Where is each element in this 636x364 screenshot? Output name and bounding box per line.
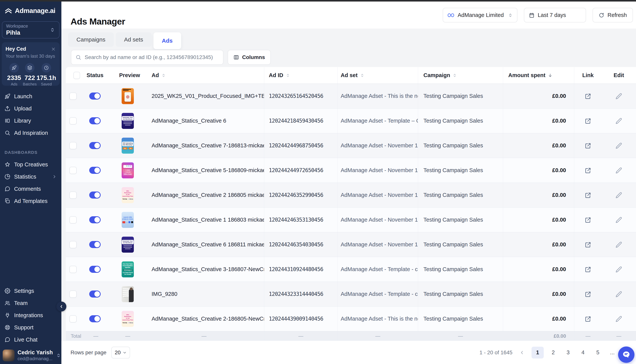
chat-widget-button[interactable] [618, 346, 634, 363]
ad-preview-thumbnail[interactable]: 95%Reductionin AdLaunching TimeTikTok∞Me… [122, 311, 134, 327]
ad-edit-button[interactable] [615, 142, 622, 149]
row-checkbox[interactable] [69, 142, 77, 149]
sidebar-item-settings[interactable]: Settings [0, 285, 61, 297]
workspace-selector[interactable]: Workspace Pihla [2, 21, 60, 38]
amount-spent-value: £0.00 [552, 316, 566, 322]
user-profile[interactable]: Cedric Yarish ced@admanag... [3, 349, 60, 361]
ad-preview-thumbnail[interactable]: Still UploadingAds Manually?YesNo [122, 138, 134, 154]
row-checkbox[interactable] [69, 241, 77, 248]
ad-preview-thumbnail[interactable]: Automate YourAd Workflows [122, 113, 134, 129]
ad-edit-button[interactable] [615, 167, 622, 174]
pencil-icon [615, 316, 622, 322]
ad-preview-thumbnail[interactable] [122, 286, 134, 302]
row-checkbox[interactable] [69, 216, 77, 224]
page-button-3[interactable]: 3 [563, 347, 573, 358]
refresh-button[interactable]: Refresh [592, 8, 633, 22]
ad-preview-thumbnail[interactable]: 95%Reductionin AdLaunching TimeTikTok∞Me… [122, 187, 134, 203]
lifebuoy-icon [5, 324, 10, 330]
row-checkbox[interactable] [69, 192, 77, 199]
ad-link-button[interactable] [584, 192, 591, 198]
tab-campaigns[interactable]: Campaigns [68, 32, 114, 47]
page-button-1[interactable]: 1 [532, 347, 544, 358]
status-toggle[interactable] [89, 117, 101, 124]
sidebar-item-statistics[interactable]: Statistics [0, 170, 61, 183]
sidebar-item-live-chat[interactable]: Live Chat [0, 334, 61, 346]
sidebar-item-library[interactable]: Library [0, 114, 61, 127]
columns-button[interactable]: Columns [228, 50, 271, 65]
sidebar-item-upload[interactable]: Upload [0, 102, 61, 114]
ad-edit-button[interactable] [615, 118, 622, 124]
plug-icon [5, 312, 10, 318]
page-button-5[interactable]: 5 [592, 347, 603, 358]
status-toggle[interactable] [89, 216, 101, 223]
status-toggle[interactable] [89, 192, 101, 198]
row-checkbox[interactable] [69, 92, 77, 100]
ad-link-button[interactable] [584, 291, 591, 298]
previous-page-button[interactable] [519, 350, 525, 355]
ad-edit-button[interactable] [615, 216, 622, 223]
pencil-icon [615, 93, 622, 100]
sidebar-item-integrations[interactable]: Integrations [0, 309, 61, 321]
close-icon[interactable] [51, 47, 56, 52]
status-toggle[interactable] [89, 142, 101, 149]
tab-ads[interactable]: Ads [153, 32, 181, 49]
sidebar-item-support[interactable]: Support [0, 321, 61, 334]
sidebar-item-comments[interactable]: Comments [0, 183, 61, 195]
status-toggle[interactable] [89, 290, 101, 298]
column-header-ad-id[interactable]: Ad ID [264, 67, 337, 84]
ad-edit-button[interactable] [615, 192, 622, 198]
row-checkbox[interactable] [69, 266, 77, 273]
sidebar-item-launch[interactable]: Launch [0, 90, 61, 102]
ad-link-button[interactable] [584, 266, 591, 273]
rows-per-page-select[interactable]: 20 [111, 347, 130, 358]
column-header-amount-spent[interactable]: Amount spent [503, 67, 574, 84]
ad-preview-thumbnail[interactable]: Free Your TeamFrom RepetitiveUploads.Adm… [122, 262, 134, 278]
row-checkbox[interactable] [69, 117, 77, 124]
page-button-2[interactable]: 2 [548, 347, 559, 358]
column-header-ad-set[interactable]: Ad set [337, 67, 418, 84]
ad-link-button[interactable] [584, 142, 591, 149]
column-header-campaign[interactable]: Campaign [418, 67, 503, 84]
page-button-4[interactable]: 4 [578, 347, 588, 358]
row-checkbox[interactable] [69, 167, 77, 174]
ad-preview-thumbnail[interactable]: Launch 100sof Ads in <1min.→ [122, 212, 134, 228]
ad-preview-thumbnail[interactable]: Automate YourAd Workflows [122, 237, 134, 253]
ad-set-name: AdManage Adset - This is the new a [341, 93, 418, 99]
sidebar-collapse-button[interactable] [56, 302, 66, 312]
row-checkbox[interactable] [69, 315, 77, 322]
date-range-picker[interactable]: Last 7 days [524, 8, 586, 22]
sidebar-item-ad-inspiration[interactable]: Ad Inspiration [0, 127, 61, 139]
campaign-name: Testing Campaign Sales [423, 142, 483, 149]
table-footer: Rows per page 20 1 - 20 of 1645 12345 ..… [61, 341, 636, 364]
rows-per-page-value: 20 [115, 350, 121, 356]
sidebar-item-top-creatives[interactable]: Top Creatives [0, 158, 61, 170]
ad-link-button[interactable] [584, 167, 591, 174]
status-toggle[interactable] [89, 167, 101, 174]
sidebar-item-ad-templates[interactable]: Ad Templates [0, 195, 61, 207]
ad-link-button[interactable] [584, 241, 591, 248]
column-header-ad[interactable]: Ad [144, 67, 264, 84]
ad-edit-button[interactable] [615, 93, 622, 100]
ad-edit-button[interactable] [615, 316, 622, 322]
ad-edit-button[interactable] [615, 266, 622, 273]
ad-link-button[interactable] [584, 216, 591, 223]
status-toggle[interactable] [89, 92, 101, 100]
ad-link-button[interactable] [584, 93, 591, 100]
status-toggle[interactable] [89, 315, 101, 322]
ad-account-selector[interactable]: AdManage Limited [443, 8, 517, 22]
row-checkbox[interactable] [69, 290, 77, 298]
status-toggle[interactable] [89, 266, 101, 273]
ad-preview-thumbnail[interactable] [122, 88, 134, 104]
tab-ad-sets[interactable]: Ad sets [116, 32, 152, 47]
app-logo[interactable]: Admanage.ai [5, 7, 55, 14]
status-toggle[interactable] [89, 241, 101, 248]
search-input[interactable] [84, 54, 219, 60]
ad-link-button[interactable] [584, 316, 591, 322]
column-label: Ad ID [269, 72, 283, 78]
ad-link-button[interactable] [584, 118, 591, 124]
ad-preview-thumbnail[interactable]: 1 click1 minute100s of ads [122, 162, 134, 178]
select-all-checkbox[interactable] [73, 72, 80, 79]
ad-edit-button[interactable] [615, 291, 622, 298]
ad-edit-button[interactable] [615, 241, 622, 248]
sidebar-item-team[interactable]: Team [0, 297, 61, 309]
